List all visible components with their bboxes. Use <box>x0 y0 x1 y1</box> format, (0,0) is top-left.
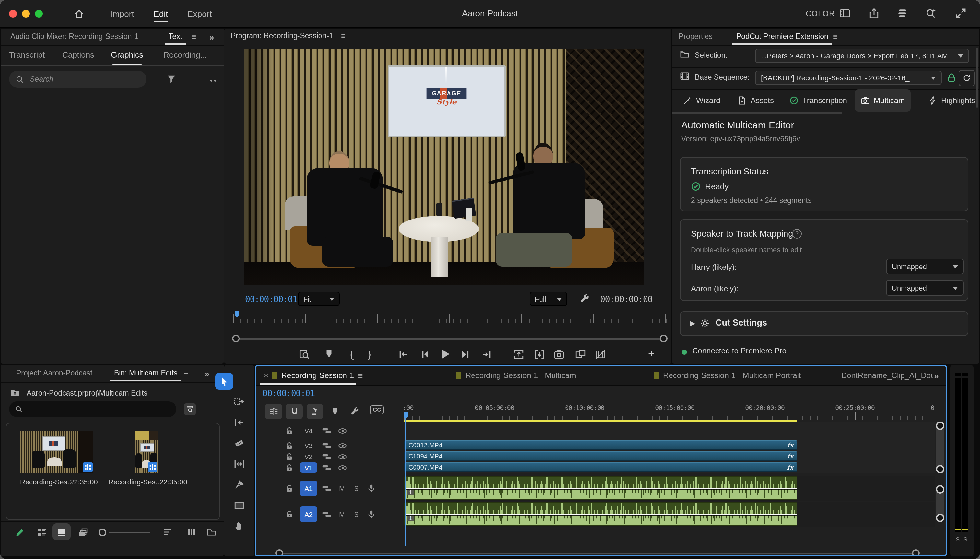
cut-settings-card[interactable]: ▶ Cut Settings <box>680 311 968 336</box>
navigate-up-folder-icon[interactable] <box>10 388 20 398</box>
tab-bin-multicam-edits[interactable]: Bin: Multicam Edits <box>114 369 178 377</box>
program-mini-timeline[interactable] <box>233 314 668 323</box>
mic-icon[interactable] <box>366 484 376 493</box>
more-panels-icon[interactable]: » <box>205 369 208 379</box>
mute-button[interactable]: M <box>339 485 345 492</box>
mark-in-icon[interactable]: { <box>349 349 355 361</box>
mic-icon[interactable] <box>366 510 376 519</box>
razor-tool-icon[interactable] <box>234 438 245 449</box>
gain-line[interactable] <box>405 514 797 515</box>
selection-tool[interactable] <box>215 373 233 390</box>
column-settings-icon[interactable] <box>186 527 196 537</box>
search-input[interactable] <box>28 74 135 84</box>
zoom-slider-track[interactable] <box>109 532 150 533</box>
lock-icon[interactable] <box>285 427 294 435</box>
track-target-icon[interactable] <box>322 463 331 472</box>
multiview-icon[interactable] <box>575 349 586 360</box>
panel-menu-icon[interactable]: ≡ <box>833 32 838 41</box>
solo-button[interactable]: S <box>955 536 960 543</box>
scrollbar-handle-left[interactable] <box>276 549 283 556</box>
track-target-icon[interactable] <box>322 484 331 493</box>
export-frame-icon[interactable] <box>554 349 564 360</box>
slip-tool-icon[interactable] <box>234 458 245 470</box>
play-icon[interactable] <box>439 348 451 360</box>
edit-pencil-icon[interactable] <box>15 527 25 538</box>
extract-icon[interactable] <box>534 349 545 360</box>
lock-icon[interactable] <box>285 484 294 493</box>
nested-sequence-toggle[interactable] <box>265 404 282 419</box>
bin-item-thumbnail[interactable] <box>20 431 93 473</box>
tab-assets[interactable]: Assets <box>732 89 780 112</box>
audio-track-zoom-slider[interactable] <box>936 485 944 522</box>
workspaces-icon[interactable] <box>897 8 908 19</box>
speaker-name-harry[interactable]: Harry (likely): <box>691 263 737 272</box>
track-target-icon[interactable] <box>322 510 331 519</box>
track-target-icon[interactable] <box>322 441 331 450</box>
ai-search-icon[interactable] <box>926 8 937 19</box>
step-forward-icon[interactable] <box>460 349 471 360</box>
track-label[interactable]: V4 <box>300 427 317 435</box>
hand-tool-icon[interactable] <box>234 521 245 532</box>
track-v3[interactable]: C0012.MP4 fx <box>404 440 935 452</box>
bin-item-name[interactable]: Recording-Ses... <box>108 478 162 486</box>
track-header-v3[interactable]: V3 <box>256 440 404 452</box>
lock-icon[interactable] <box>285 510 294 518</box>
bin-search-input[interactable] <box>23 405 155 414</box>
selection-dropdown[interactable]: ...Peters > Aaron - Garage Doors > Expor… <box>755 49 969 63</box>
track-select-tool-icon[interactable] <box>234 396 245 407</box>
track-a1[interactable]: 1 <box>404 476 935 501</box>
go-to-in-icon[interactable] <box>398 349 409 360</box>
linked-selection-toggle[interactable] <box>307 404 323 419</box>
thumbnail-view-icon[interactable] <box>56 527 67 538</box>
clip-v1[interactable]: C0007.MP4 fx <box>404 462 797 472</box>
eye-icon[interactable] <box>338 426 347 435</box>
panel-menu-icon[interactable]: ≡ <box>183 369 188 377</box>
add-marker-icon[interactable] <box>330 407 340 416</box>
timeline-ruler[interactable]: 00:00 00:05:00:00 00:10:00:00 00:15:00:0… <box>404 404 935 412</box>
scrollbar-handle-left[interactable] <box>232 335 240 342</box>
tab-highlights[interactable]: Highlights <box>922 89 980 112</box>
refresh-button[interactable] <box>959 70 975 86</box>
panel-layout-icon[interactable] <box>839 8 850 19</box>
tab-captions[interactable]: Captions <box>62 51 94 60</box>
sort-icon[interactable] <box>163 527 172 537</box>
step-back-icon[interactable] <box>419 349 431 360</box>
aaron-track-select[interactable]: Unmapped <box>886 280 964 296</box>
track-target-icon[interactable] <box>322 452 331 461</box>
timeline-timecode[interactable]: 00:00:00:01 <box>262 389 315 398</box>
help-icon[interactable]: ? <box>792 229 802 239</box>
track-a2[interactable]: 1 <box>404 502 935 527</box>
track-header-v4[interactable]: V4 <box>256 422 404 440</box>
proxy-toggle-icon[interactable] <box>595 349 606 360</box>
timeline-scrollbar[interactable] <box>276 549 920 556</box>
bin-item-thumbnail[interactable] <box>135 431 158 473</box>
go-to-out-icon[interactable] <box>481 349 492 360</box>
playhead[interactable] <box>405 412 406 546</box>
lock-icon[interactable] <box>946 73 957 83</box>
slider-knob[interactable] <box>936 422 944 430</box>
lock-icon[interactable] <box>285 463 294 472</box>
clip-a2[interactable]: 1 <box>404 502 797 526</box>
captions-toggle[interactable]: CC <box>370 405 384 414</box>
base-sequence-dropdown[interactable]: [BACKUP] Recording-Session-1 - 2026-02-1… <box>755 71 942 85</box>
track-v1[interactable]: C0007.MP4 fx <box>404 462 935 473</box>
tab-text[interactable]: Text <box>168 32 182 40</box>
tab-properties[interactable]: Properties <box>679 32 713 40</box>
pen-tool-icon[interactable] <box>234 479 245 490</box>
expander-arrow-icon[interactable]: ▶ <box>690 319 695 327</box>
gain-line[interactable] <box>405 488 797 489</box>
tab-wizard[interactable]: Wizard <box>677 89 726 112</box>
timeline-tab-active[interactable]: × Recording-Session-1 ≡ <box>264 371 363 380</box>
tab-transcription[interactable]: Transcription <box>784 89 853 112</box>
comparison-view-icon[interactable] <box>299 349 310 360</box>
track-header-a2[interactable]: A2 M S <box>256 502 404 527</box>
slider-knob[interactable] <box>936 514 944 522</box>
clip-v2[interactable]: C1094.MP4 fx <box>404 452 797 461</box>
scrollbar-handle-right[interactable] <box>660 335 668 342</box>
freeform-view-icon[interactable] <box>78 527 89 538</box>
tabs-scrollbar[interactable] <box>672 112 842 114</box>
list-view-icon[interactable] <box>37 527 47 538</box>
ripple-edit-tool-icon[interactable] <box>234 417 245 428</box>
add-marker-icon[interactable] <box>324 349 334 359</box>
clip-v3[interactable]: C0012.MP4 fx <box>404 440 797 450</box>
